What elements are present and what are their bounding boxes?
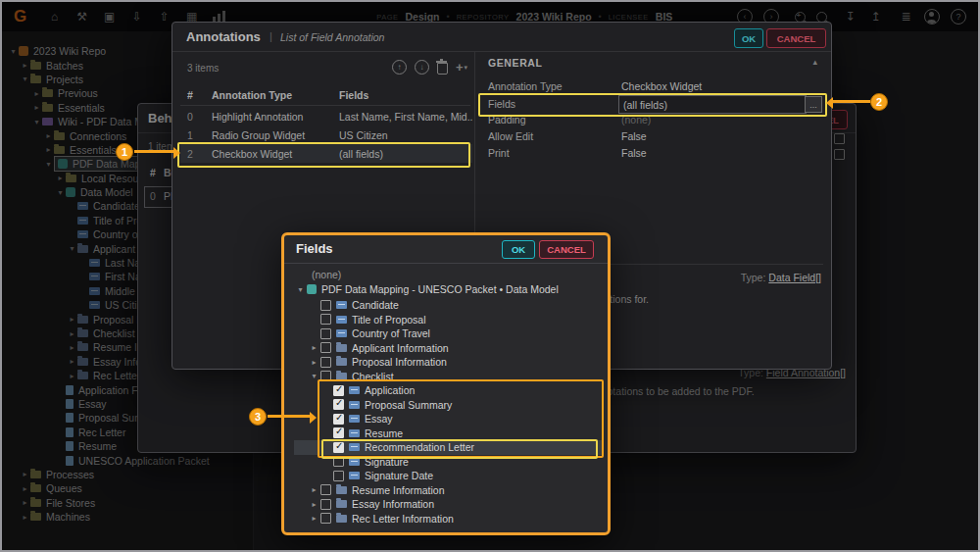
checkbox[interactable] [320,314,331,325]
callout-arrowhead-2 [826,97,833,109]
callout-arrow-1 [134,150,175,153]
field-item-country-of-travel[interactable]: Country of Travel [294,326,604,341]
field-icon [336,301,347,309]
field-item-title-of-proposal[interactable]: Title of Proposal [294,313,604,327]
none-option-label: (none) [312,269,341,280]
none-option[interactable]: (none) [312,268,341,282]
callout-box-recommendation-letter [321,439,598,459]
fields-dialog-header: Fields OK CANCEL [284,235,608,264]
checkbox[interactable] [320,328,331,339]
model-icon [307,284,317,294]
field-item-label: Essay Information [352,498,434,510]
field-item-resume-information[interactable]: ▸Resume Information [294,483,604,498]
cancel-button[interactable]: CANCEL [539,240,594,259]
chevron-right-icon[interactable]: ▸ [308,514,320,523]
group-icon [336,344,347,352]
field-icon [336,329,347,337]
chevron-right-icon[interactable]: ▸ [308,343,320,352]
field-item-proposal-information[interactable]: ▸Proposal Information [294,355,604,370]
field-icon [336,316,347,324]
field-item-label: Title of Proposal [352,314,425,326]
field-item-label: Candidate [352,299,399,311]
field-icon [349,472,360,479]
chevron-right-icon[interactable]: ▸ [308,500,320,509]
group-icon [336,358,347,366]
field-item-rec-letter-information[interactable]: ▸Rec Letter Information [294,512,604,527]
data-model-root[interactable]: ▾ PDF Data Mapping - UNESCO Packet • Dat… [294,282,604,297]
root-label: PDF Data Mapping - UNESCO Packet • Data … [321,283,559,295]
chevron-down-icon[interactable]: ▾ [294,285,307,294]
callout-arrow-3 [268,415,311,418]
dialog-title: Fields [296,241,333,256]
field-item-label: Country of Travel [352,327,430,339]
callout-badge-1: 1 [116,143,133,161]
checkbox[interactable] [333,471,344,481]
checkbox[interactable] [320,513,331,524]
checkbox[interactable] [320,300,331,311]
callout-badge-3: 3 [249,408,267,426]
ok-button[interactable]: OK [502,240,535,259]
field-item-label: Rec Letter Information [352,513,454,525]
chevron-right-icon[interactable]: ▸ [308,358,320,367]
field-item-candidate[interactable]: Candidate [294,298,604,313]
callout-box-selected-row [177,142,470,168]
callout-box-fields-property [478,93,827,117]
group-icon [336,515,347,523]
checkbox[interactable] [320,484,331,495]
field-item-label: Resume Information [352,484,445,496]
callout-arrowhead-1 [173,147,180,159]
callout-arrowhead-3 [310,412,317,424]
field-item-label: Applicant Information [352,342,449,354]
checkbox[interactable] [320,342,331,353]
checkbox[interactable] [320,499,331,510]
callout-badge-2: 2 [870,93,888,111]
field-item-label: Signature Date [365,470,433,481]
callout-arrow-2 [833,100,870,103]
group-icon [336,500,347,508]
group-icon [336,486,347,494]
chevron-right-icon[interactable]: ▸ [308,485,320,494]
field-item-label: Proposal Information [352,356,447,368]
field-item-essay-information[interactable]: ▸Essay Information [294,497,604,512]
field-item-signature-date[interactable]: Signature Date [294,469,604,483]
field-item-applicant-information[interactable]: ▸Applicant Information [294,341,604,356]
checkbox[interactable] [320,357,331,368]
